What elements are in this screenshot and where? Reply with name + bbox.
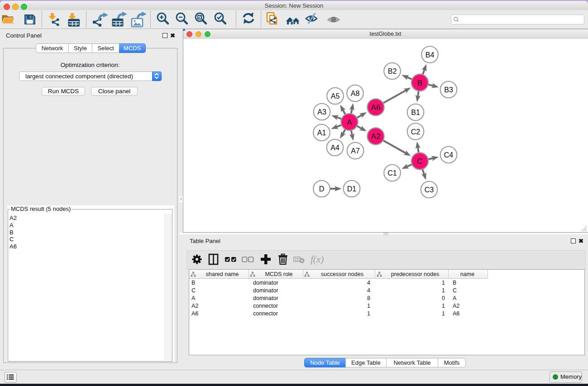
- svg-text:C: C: [417, 157, 422, 166]
- svg-text:C4: C4: [444, 151, 454, 159]
- svg-text:C1: C1: [387, 169, 397, 177]
- svg-text:B1: B1: [411, 109, 420, 116]
- svg-text:A6: A6: [371, 103, 381, 112]
- svg-text:B: B: [417, 79, 422, 87]
- svg-text:A1: A1: [317, 129, 326, 137]
- svg-text:D: D: [319, 185, 325, 193]
- svg-text:C3: C3: [425, 186, 434, 194]
- svg-text:A5: A5: [331, 92, 340, 100]
- svg-text:B2: B2: [388, 67, 397, 75]
- svg-text:D1: D1: [347, 185, 357, 193]
- svg-text:B3: B3: [444, 86, 453, 94]
- svg-text:B4: B4: [425, 51, 435, 59]
- svg-text:A2: A2: [371, 132, 381, 141]
- svg-text:A: A: [347, 118, 352, 127]
- svg-text:C2: C2: [411, 128, 421, 136]
- svg-text:A7: A7: [351, 147, 360, 155]
- svg-text:A3: A3: [317, 108, 326, 116]
- svg-text:A8: A8: [351, 90, 360, 97]
- svg-text:A4: A4: [330, 144, 339, 152]
